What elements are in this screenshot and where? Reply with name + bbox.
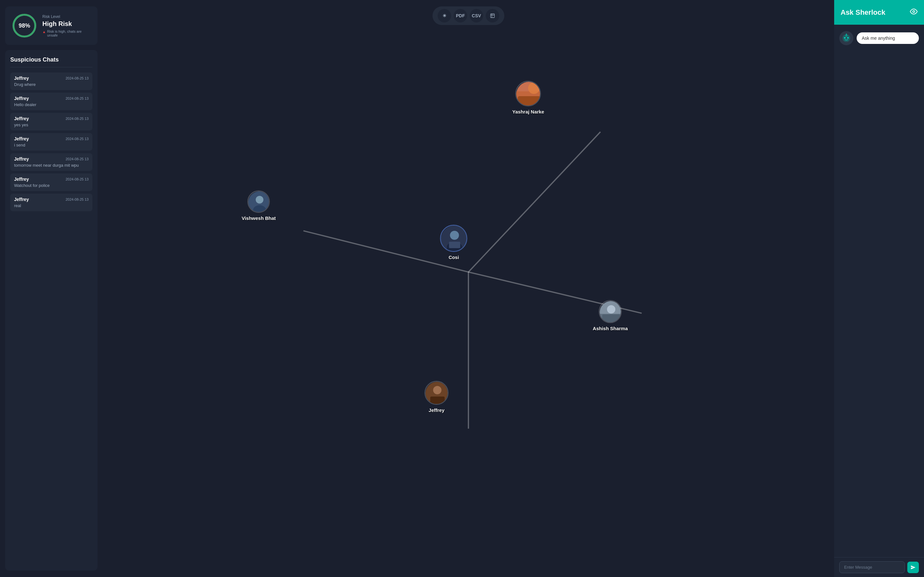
export-button[interactable] [486, 9, 499, 23]
svg-rect-24 [430, 396, 445, 405]
list-item[interactable]: Jeffrey 2024-08-25 13 i send [10, 133, 92, 151]
chat-date: 2024-08-25 13 [65, 76, 89, 80]
risk-card: 98% Risk Level High Risk ▲ Risk is high,… [5, 6, 97, 45]
risk-info: Risk Level High Risk ▲ Risk is high, cha… [42, 15, 91, 37]
csv-button[interactable]: CSV [470, 9, 483, 23]
sherlock-header: Ask Sherlock [834, 0, 924, 25]
chat-message: real [14, 203, 89, 208]
node-yashraj[interactable]: Yashraj Narke [512, 81, 544, 114]
chat-name: Jeffrey [14, 177, 29, 182]
node-label-yashraj: Yashraj Narke [512, 109, 544, 114]
chat-name: Jeffrey [14, 136, 29, 141]
suspicious-chats-title: Suspicious Chats [10, 56, 92, 67]
svg-rect-16 [449, 242, 460, 248]
list-item[interactable]: Jeffrey 2024-08-25 13 real [10, 193, 92, 211]
node-label-cosi: Cosi [449, 255, 459, 260]
list-item[interactable]: Jeffrey 2024-08-25 13 Drug where [10, 73, 92, 90]
ask-me-anything-pill[interactable]: Ask me anything [857, 32, 919, 44]
node-label-vishwesh: Vishwesh Bhat [242, 215, 276, 221]
chat-message: Hello dealer [14, 102, 89, 107]
chat-date: 2024-08-25 13 [65, 97, 89, 100]
list-item[interactable]: Jeffrey 2024-08-25 13 tomorrow meet near… [10, 153, 92, 171]
risk-description: ▲ Risk is high, chats are unsafe [42, 29, 91, 37]
chat-name: Jeffrey [14, 76, 29, 81]
toolbar: ☀ PDF CSV [433, 6, 504, 25]
sherlock-title: Ask Sherlock [841, 8, 885, 17]
sherlock-ask-row: Ask me anything [839, 31, 919, 45]
svg-point-19 [607, 305, 615, 314]
list-item[interactable]: Jeffrey 2024-08-25 13 yes yes [10, 113, 92, 131]
list-item[interactable]: Jeffrey 2024-08-25 13 Watchout for polic… [10, 173, 92, 191]
svg-point-25 [913, 11, 915, 13]
node-cosi[interactable]: Cosi [440, 225, 467, 260]
chat-message: tomorrow meet near durga mit wpu [14, 163, 89, 168]
chats-list: Jeffrey 2024-08-25 13 Drug where Jeffrey… [10, 73, 92, 211]
chat-date: 2024-08-25 13 [65, 197, 89, 201]
right-panel: Ask Sherlock Ask me anything [834, 0, 924, 577]
network-lines [103, 0, 834, 577]
chat-date: 2024-08-25 13 [65, 137, 89, 141]
brightness-button[interactable]: ☀ [438, 9, 451, 23]
sherlock-messages [839, 50, 919, 551]
chat-name: Jeffrey [14, 116, 29, 121]
sherlock-bot-avatar [839, 31, 853, 45]
node-vishwesh[interactable]: Vishwesh Bhat [242, 190, 276, 221]
node-ashish[interactable]: Ashish Sharma [593, 300, 628, 331]
chat-date: 2024-08-25 13 [65, 157, 89, 161]
sherlock-eye-icon[interactable] [910, 8, 918, 17]
chat-name: Jeffrey [14, 197, 29, 202]
chat-message: yes yes [14, 122, 89, 127]
network-graph: Vishwesh Bhat Yashraj Narke [103, 0, 834, 577]
svg-point-31 [846, 34, 847, 35]
pdf-button[interactable]: PDF [454, 9, 467, 23]
risk-percent: 98% [19, 23, 30, 29]
svg-point-14 [450, 231, 459, 240]
risk-desc-text: Risk is high, chats are unsafe [47, 29, 91, 37]
chat-message: Drug where [14, 82, 89, 87]
sherlock-body: Ask me anything [834, 25, 924, 557]
svg-point-11 [528, 82, 540, 94]
svg-point-7 [256, 196, 263, 203]
chat-message: Watchout for police [14, 183, 89, 188]
list-item[interactable]: Jeffrey 2024-08-25 13 Hello dealer [10, 93, 92, 110]
risk-gauge: 98% [11, 13, 37, 39]
node-label-ashish: Ashish Sharma [593, 326, 628, 331]
sherlock-input-row [834, 557, 924, 577]
chat-name: Jeffrey [14, 96, 29, 101]
node-label-jeffrey: Jeffrey [429, 408, 444, 413]
main-area: ☀ PDF CSV [103, 0, 834, 577]
node-jeffrey[interactable]: Jeffrey [425, 381, 449, 413]
svg-point-22 [433, 386, 441, 394]
suspicious-chats-card: Suspicious Chats Jeffrey 2024-08-25 13 D… [5, 50, 97, 571]
send-button[interactable] [907, 562, 919, 573]
svg-line-3 [468, 132, 600, 272]
chat-date: 2024-08-25 13 [65, 177, 89, 181]
message-input[interactable] [839, 561, 905, 573]
svg-point-28 [847, 37, 849, 39]
chat-date: 2024-08-25 13 [65, 117, 89, 121]
chat-message: i send [14, 143, 89, 147]
svg-rect-20 [602, 314, 620, 323]
svg-point-27 [844, 37, 846, 39]
risk-level-label: Risk Level [42, 15, 91, 19]
chat-name: Jeffrey [14, 156, 29, 161]
svg-rect-12 [518, 96, 540, 106]
risk-triangle-icon: ▲ [42, 30, 46, 34]
svg-rect-29 [845, 35, 847, 37]
risk-level-title: High Risk [42, 20, 91, 27]
left-panel: 98% Risk Level High Risk ▲ Risk is high,… [0, 0, 103, 577]
